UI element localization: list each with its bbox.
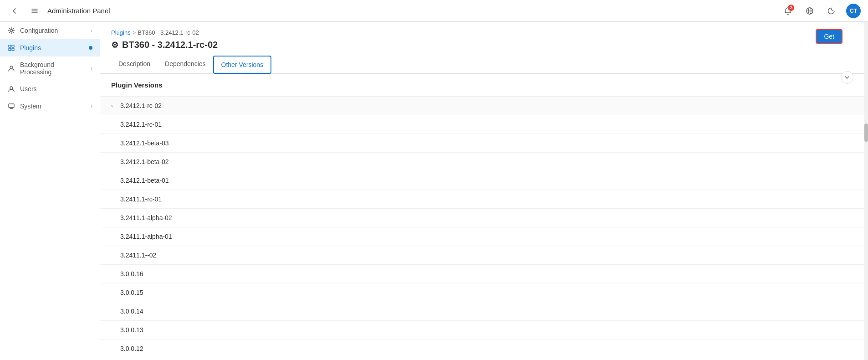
sidebar-item-users[interactable]: Users	[0, 80, 100, 98]
version-row-v9[interactable]: › 3.2411.1--02	[100, 246, 864, 265]
content-area: Get Plugins > BT360 - 3.2412.1-rc-02 ⚙ B…	[100, 22, 864, 360]
version-label-v13: 3.0.0.13	[120, 326, 143, 334]
version-row-v13[interactable]: › 3.0.0.13	[100, 321, 864, 339]
version-row-v15[interactable]: › 3.0.0.11	[100, 358, 864, 360]
collapse-button[interactable]	[841, 71, 853, 84]
version-row-v7[interactable]: › 3.2411.1-alpha-02	[100, 209, 864, 227]
notification-button[interactable]: 2	[781, 4, 795, 18]
version-label-v6: 3.2411.1-rc-01	[120, 195, 162, 203]
svg-point-8	[10, 87, 13, 89]
version-row-v11[interactable]: › 3.0.0.15	[100, 283, 864, 302]
configuration-label: Configuration	[20, 27, 86, 34]
version-label-v9: 3.2411.1--02	[120, 252, 156, 259]
version-label-v14: 3.0.0.12	[120, 345, 143, 352]
user-avatar[interactable]: CT	[846, 4, 861, 18]
page-title: ⚙ BT360 - 3.2412.1-rc-02	[111, 40, 853, 50]
background-processing-icon	[7, 64, 15, 72]
svg-rect-5	[9, 48, 11, 51]
version-label-v8: 3.2411.1-alpha-01	[120, 233, 172, 240]
breadcrumb-parent[interactable]: Plugins	[111, 29, 131, 36]
right-scrollbar-thumb[interactable]	[864, 123, 868, 142]
expand-chevron-v1: ›	[111, 103, 117, 108]
versions-header: Plugin Versions	[100, 74, 864, 97]
version-label-v12: 3.0.0.14	[120, 308, 143, 315]
dark-mode-button[interactable]	[824, 4, 839, 18]
tab-description[interactable]: Description	[111, 56, 158, 73]
svg-rect-3	[9, 45, 11, 47]
right-scrollbar[interactable]	[864, 22, 868, 360]
tab-dependencies[interactable]: Dependencies	[158, 56, 213, 73]
version-label-v11: 3.0.0.15	[120, 289, 143, 296]
users-icon	[7, 85, 15, 93]
version-row-v4[interactable]: › 3.2412.1-beta-02	[100, 153, 864, 171]
svg-point-2	[10, 30, 13, 32]
system-icon	[7, 102, 15, 110]
tabs-container: Description Dependencies Other Versions	[111, 56, 853, 73]
breadcrumb: Plugins > BT360 - 3.2412.1-rc-02	[111, 29, 853, 36]
plugins-label: Plugins	[20, 44, 84, 51]
configuration-chevron: ›	[91, 27, 92, 34]
svg-rect-4	[12, 45, 14, 47]
globe-button[interactable]	[802, 4, 817, 18]
menu-button[interactable]	[27, 4, 42, 18]
main-layout: Configuration › Plugins Background Proce…	[0, 22, 868, 360]
system-label: System	[20, 103, 86, 110]
get-button[interactable]: Get	[816, 29, 842, 44]
version-label-v7: 3.2411.1-alpha-02	[120, 214, 172, 221]
sidebar: Configuration › Plugins Background Proce…	[0, 22, 100, 360]
version-row-v1[interactable]: › 3.2412.1-rc-02	[100, 97, 864, 115]
top-header: Administration Panel 2 CT	[0, 0, 868, 22]
background-processing-label: Background Processing	[20, 61, 86, 76]
svg-rect-6	[12, 48, 14, 51]
plugins-icon	[7, 44, 15, 52]
page-title-text: BT360 - 3.2412.1-rc-02	[122, 40, 218, 50]
version-row-v12[interactable]: › 3.0.0.14	[100, 302, 864, 321]
breadcrumb-current: BT360 - 3.2412.1-rc-02	[138, 29, 199, 36]
header-right: 2 CT	[781, 4, 861, 18]
page-header: Plugins > BT360 - 3.2412.1-rc-02 ⚙ BT360…	[100, 22, 864, 74]
version-row-v6[interactable]: › 3.2411.1-rc-01	[100, 190, 864, 209]
version-row-v5[interactable]: › 3.2412.1-beta-01	[100, 171, 864, 190]
version-label-v4: 3.2412.1-beta-02	[120, 158, 169, 165]
version-label-v1: 3.2412.1-rc-02	[120, 102, 162, 109]
back-button[interactable]	[7, 4, 22, 18]
background-processing-chevron: ›	[91, 65, 92, 72]
version-label-v5: 3.2412.1-beta-01	[120, 177, 169, 184]
version-row-v2[interactable]: › 3.2412.1-rc-01	[100, 115, 864, 134]
users-label: Users	[20, 85, 92, 93]
version-label-v3: 3.2412.1-beta-03	[120, 139, 169, 147]
sidebar-item-configuration[interactable]: Configuration ›	[0, 22, 100, 39]
page-title-icon: ⚙	[111, 40, 118, 50]
version-label-v2: 3.2412.1-rc-01	[120, 121, 162, 128]
app-title: Administration Panel	[47, 7, 110, 15]
sidebar-item-system[interactable]: System ›	[0, 98, 100, 115]
plugins-dot	[89, 46, 92, 50]
sidebar-item-background-processing[interactable]: Background Processing ›	[0, 57, 100, 80]
system-chevron: ›	[91, 103, 92, 109]
notification-badge: 2	[788, 5, 794, 11]
version-label-v10: 3.0.0.16	[120, 270, 143, 278]
tab-other-versions[interactable]: Other Versions	[213, 56, 272, 74]
svg-rect-9	[9, 104, 14, 108]
versions-section: Plugin Versions › 3.2412.1-rc-02 › 3.241…	[100, 74, 864, 360]
sidebar-item-plugins[interactable]: Plugins	[0, 39, 100, 57]
version-row-v14[interactable]: › 3.0.0.12	[100, 339, 864, 358]
header-left: Administration Panel	[7, 4, 110, 18]
version-row-v10[interactable]: › 3.0.0.16	[100, 265, 864, 283]
configuration-icon	[7, 26, 15, 35]
svg-point-7	[10, 66, 13, 69]
version-row-v3[interactable]: › 3.2412.1-beta-03	[100, 134, 864, 153]
version-row-v8[interactable]: › 3.2411.1-alpha-01	[100, 227, 864, 246]
breadcrumb-separator: >	[133, 29, 136, 36]
